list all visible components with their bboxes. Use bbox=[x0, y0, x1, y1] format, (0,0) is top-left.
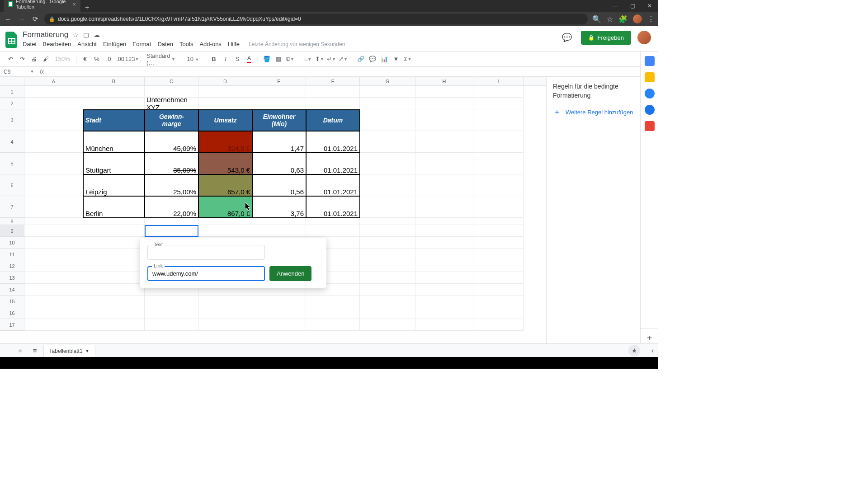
cell[interactable] bbox=[360, 131, 415, 153]
cell[interactable]: 324,0 € bbox=[198, 131, 252, 153]
cell[interactable] bbox=[473, 272, 524, 284]
col-header[interactable]: B bbox=[83, 77, 145, 85]
row-header[interactable]: 9 bbox=[0, 225, 24, 237]
apply-link-button[interactable]: Anwenden bbox=[269, 266, 311, 281]
cell[interactable] bbox=[415, 319, 473, 331]
cell[interactable] bbox=[360, 260, 415, 272]
cell[interactable] bbox=[360, 237, 415, 249]
cell[interactable] bbox=[24, 86, 83, 98]
row-header[interactable]: 14 bbox=[0, 284, 24, 296]
undo-icon[interactable]: ↶ bbox=[5, 54, 15, 64]
cell[interactable] bbox=[473, 174, 524, 196]
cell[interactable] bbox=[198, 307, 252, 319]
keep-app-icon[interactable] bbox=[645, 72, 655, 82]
cell[interactable] bbox=[415, 131, 473, 153]
cell[interactable]: 543,0 € bbox=[198, 153, 252, 174]
cell[interactable] bbox=[360, 196, 415, 218]
cell[interactable] bbox=[252, 98, 306, 109]
row-header[interactable]: 16 bbox=[0, 307, 24, 319]
decrease-decimal-icon[interactable]: .0 bbox=[104, 54, 113, 64]
cell[interactable] bbox=[24, 249, 83, 260]
cell[interactable] bbox=[252, 225, 306, 237]
menu-file[interactable]: Datei bbox=[23, 41, 36, 47]
name-box[interactable]: C9▼ bbox=[0, 67, 36, 76]
zoom-select[interactable]: 150% bbox=[52, 56, 72, 62]
borders-icon[interactable]: ▦ bbox=[274, 54, 283, 64]
cell[interactable] bbox=[415, 153, 473, 174]
comment-icon[interactable]: 💬 bbox=[368, 54, 377, 64]
cell[interactable]: 867,0 € bbox=[198, 196, 252, 218]
contacts-app-icon[interactable] bbox=[645, 105, 655, 115]
link-icon[interactable]: 🔗 bbox=[356, 54, 366, 64]
show-sidebar-icon[interactable]: ‹ bbox=[651, 347, 654, 355]
cell[interactable] bbox=[473, 319, 524, 331]
cell[interactable] bbox=[252, 218, 306, 225]
more-formats-icon[interactable]: 123▼ bbox=[127, 54, 137, 64]
cell[interactable]: 25,00% bbox=[145, 174, 198, 196]
cell[interactable]: 01.01.2021 bbox=[306, 174, 360, 196]
select-all-corner[interactable] bbox=[0, 77, 24, 85]
cell[interactable] bbox=[83, 272, 145, 284]
cell[interactable] bbox=[198, 218, 252, 225]
cell[interactable] bbox=[83, 218, 145, 225]
cell[interactable] bbox=[473, 86, 524, 98]
menu-data[interactable]: Daten bbox=[157, 41, 173, 47]
cell[interactable] bbox=[415, 249, 473, 260]
cell[interactable]: 0,63 bbox=[252, 153, 306, 174]
print-icon[interactable]: 🖨 bbox=[29, 54, 39, 64]
tasks-app-icon[interactable] bbox=[645, 89, 655, 99]
row-header[interactable]: 2 bbox=[0, 98, 24, 109]
menu-addons[interactable]: Add-ons bbox=[199, 41, 221, 47]
cell[interactable] bbox=[145, 296, 198, 307]
rotate-icon[interactable]: ⤢▼ bbox=[338, 54, 348, 64]
row-header[interactable]: 7 bbox=[0, 196, 24, 218]
cell[interactable] bbox=[360, 284, 415, 296]
halign-icon[interactable]: ≡▼ bbox=[303, 54, 313, 64]
text-color-icon[interactable]: A bbox=[244, 54, 254, 64]
cell[interactable] bbox=[473, 153, 524, 174]
cell[interactable] bbox=[306, 98, 360, 109]
cell[interactable] bbox=[473, 307, 524, 319]
cell[interactable] bbox=[198, 319, 252, 331]
cell[interactable] bbox=[145, 307, 198, 319]
col-header[interactable]: H bbox=[415, 77, 473, 85]
cell[interactable]: 01.01.2021 bbox=[306, 196, 360, 218]
cell[interactable] bbox=[360, 153, 415, 174]
cell[interactable] bbox=[83, 249, 145, 260]
paint-format-icon[interactable]: 🖌 bbox=[41, 54, 51, 64]
cell[interactable] bbox=[360, 272, 415, 284]
bold-icon[interactable]: B bbox=[209, 54, 219, 64]
cell[interactable] bbox=[83, 296, 145, 307]
cell[interactable] bbox=[24, 98, 83, 109]
filter-icon[interactable]: ▼ bbox=[391, 54, 401, 64]
row-header[interactable]: 10 bbox=[0, 237, 24, 249]
col-header[interactable]: A bbox=[24, 77, 83, 85]
cell[interactable] bbox=[415, 86, 473, 98]
spreadsheet-grid[interactable]: A B C D E F G H I 1234567891011121314151… bbox=[0, 77, 546, 343]
col-header[interactable]: I bbox=[473, 77, 524, 85]
link-text-input[interactable] bbox=[147, 245, 265, 260]
cell[interactable]: 1,47 bbox=[252, 131, 306, 153]
col-header[interactable]: D bbox=[198, 77, 252, 85]
cell[interactable] bbox=[24, 284, 83, 296]
cell[interactable] bbox=[83, 284, 145, 296]
cell[interactable]: Datum bbox=[306, 109, 360, 131]
cell[interactable] bbox=[306, 319, 360, 331]
font-size-select[interactable]: 10 ▼ bbox=[185, 56, 201, 62]
chrome-menu-icon[interactable]: ⋮ bbox=[647, 15, 655, 23]
add-sheet-icon[interactable]: + bbox=[14, 347, 27, 354]
menu-help[interactable]: Hilfe bbox=[228, 41, 240, 47]
forward-icon[interactable]: → bbox=[17, 15, 26, 23]
cell[interactable]: 0,56 bbox=[252, 174, 306, 196]
currency-icon[interactable]: € bbox=[80, 54, 90, 64]
menu-tools[interactable]: Tools bbox=[179, 41, 193, 47]
doc-title[interactable]: Formatierung bbox=[23, 30, 68, 39]
share-button[interactable]: Freigeben bbox=[581, 31, 631, 45]
cell[interactable] bbox=[360, 249, 415, 260]
cell[interactable] bbox=[24, 153, 83, 174]
add-rule-button[interactable]: ＋ Weitere Regel hinzufügen bbox=[553, 108, 652, 116]
italic-icon[interactable]: I bbox=[221, 54, 231, 64]
cell[interactable] bbox=[24, 225, 83, 237]
redo-icon[interactable]: ↷ bbox=[17, 54, 27, 64]
star-doc-icon[interactable]: ☆ bbox=[73, 31, 79, 38]
